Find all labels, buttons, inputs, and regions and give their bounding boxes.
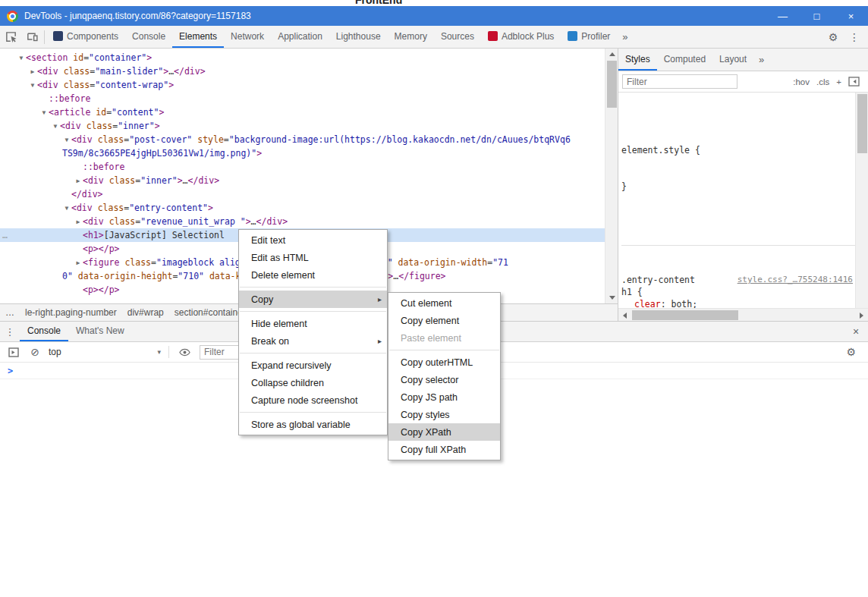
scroll-left-arrow-icon[interactable] xyxy=(618,309,631,321)
close-button[interactable]: × xyxy=(834,6,868,26)
devtools-tabs: ComponentsConsoleElementsNetworkApplicat… xyxy=(46,26,617,48)
tab-profiler[interactable]: Profiler xyxy=(561,26,617,48)
scrollbar-thumb[interactable] xyxy=(607,61,617,108)
menu-item-capture-node-screenshot[interactable]: Capture node screenshot xyxy=(239,391,387,409)
breadcrumb-item-overflow[interactable]: … xyxy=(0,307,20,318)
devtools-menu-icon[interactable]: ⋮ xyxy=(844,27,865,47)
expand-arrow-icon[interactable]: ▼ xyxy=(51,120,60,134)
styles-scrollbar-horizontal[interactable] xyxy=(618,308,868,321)
elements-scrollbar[interactable] xyxy=(605,49,618,303)
css-property[interactable]: clear: both; xyxy=(621,298,855,308)
expand-arrow-icon[interactable]: ▼ xyxy=(62,202,71,215)
tab-adblock-plus[interactable]: Adblock Plus xyxy=(481,26,561,48)
sidebar-tab-computed[interactable]: Computed xyxy=(657,49,712,71)
console-sidebar-icon[interactable] xyxy=(3,342,24,362)
row-overflow-dots[interactable]: … xyxy=(2,228,8,242)
scrollbar-thumb[interactable] xyxy=(857,94,867,153)
breadcrumb-item-le-right-paging-number[interactable]: le-right.paging-number xyxy=(20,307,122,318)
new-style-rule-button[interactable]: + xyxy=(836,77,841,86)
hover-state-button[interactable]: :hov xyxy=(793,77,810,86)
menu-item-edit-text[interactable]: Edit text xyxy=(239,231,387,249)
expand-arrow-icon[interactable]: ▼ xyxy=(39,106,49,120)
rule-selector[interactable]: .entry-content xyxy=(621,274,695,286)
tab-elements[interactable]: Elements xyxy=(172,26,224,48)
collapse-arrow-icon[interactable]: ▶ xyxy=(28,65,37,79)
expand-arrow-icon[interactable]: ▼ xyxy=(62,134,71,147)
menu-item-collapse-children[interactable]: Collapse children xyxy=(239,374,387,391)
stylesheet-link[interactable]: style.css?_…755248:1416 xyxy=(737,274,853,286)
collapse-arrow-icon[interactable]: ▶ xyxy=(74,215,83,229)
tree-row[interactable]: ▼<div class="post-cover" style="backgrou… xyxy=(0,133,618,146)
tab-components[interactable]: Components xyxy=(46,26,125,48)
tree-row[interactable]: </div> xyxy=(0,187,618,201)
tree-row[interactable]: TS9m/8c3665PE4jgHpL50361Vw1/img.png)"> xyxy=(0,146,618,160)
menu-item-paste-element[interactable]: Paste element xyxy=(388,329,500,347)
more-tabs-button[interactable]: » xyxy=(617,31,633,42)
menu-item-edit-as-html[interactable]: Edit as HTML xyxy=(239,249,387,266)
drawer-tab-what-s-new[interactable]: What's New xyxy=(68,322,132,341)
code-token: "content" xyxy=(112,107,159,118)
drawer-menu-icon[interactable]: ⋮ xyxy=(0,326,20,338)
menu-item-store-as-global-variable[interactable]: Store as global variable xyxy=(239,416,387,433)
tree-row[interactable]: ▼<div class="inner"> xyxy=(0,119,618,133)
tab-sources[interactable]: Sources xyxy=(434,26,481,48)
collapse-arrow-icon[interactable]: ▶ xyxy=(74,174,83,188)
menu-item-copy-js-path[interactable]: Copy JS path xyxy=(388,388,500,406)
breadcrumb-item-div-wrap[interactable]: div#wrap xyxy=(122,307,169,318)
tab-console[interactable]: Console xyxy=(125,26,172,48)
scroll-up-arrow-icon[interactable] xyxy=(605,49,618,60)
clear-console-icon[interactable]: ⊘ xyxy=(24,342,46,362)
tree-row[interactable]: ::before xyxy=(0,92,618,105)
maximize-button[interactable]: □ xyxy=(800,6,834,26)
device-toolbar-icon[interactable] xyxy=(21,27,42,47)
tree-row[interactable]: ▼<div class="entry-content"> xyxy=(0,201,618,215)
tree-row[interactable]: ▶<div class="inner">…</div> xyxy=(0,174,618,187)
minimize-button[interactable]: — xyxy=(766,6,800,26)
styles-filter-input[interactable] xyxy=(622,74,737,89)
console-settings-gear-icon[interactable]: ⚙ xyxy=(837,346,865,358)
element-style-open[interactable]: element.style { xyxy=(621,144,700,156)
class-toggle-button[interactable]: .cls xyxy=(816,77,829,86)
live-expression-eye-icon[interactable] xyxy=(174,342,195,362)
collapse-arrow-icon[interactable]: ▶ xyxy=(74,256,83,270)
inspect-icon[interactable] xyxy=(0,27,21,47)
menu-item-break-on[interactable]: Break on▸ xyxy=(239,332,387,350)
scrollbar-thumb[interactable] xyxy=(632,310,738,320)
tab-application[interactable]: Application xyxy=(271,26,329,48)
menu-item-copy-styles[interactable]: Copy styles xyxy=(388,406,500,423)
menu-item-copy-outerhtml[interactable]: Copy outerHTML xyxy=(388,353,500,371)
menu-item-copy-selector[interactable]: Copy selector xyxy=(388,371,500,388)
menu-item-expand-recursively[interactable]: Expand recursively xyxy=(239,357,387,374)
sidebar-tab-layout[interactable]: Layout xyxy=(712,49,753,71)
scroll-down-arrow-icon[interactable] xyxy=(605,292,618,303)
menu-item-copy[interactable]: Copy▸ xyxy=(239,291,387,308)
menu-item-copy-element[interactable]: Copy element xyxy=(388,312,500,329)
tree-row[interactable]: ▼<div class="content-wrap"> xyxy=(0,78,618,92)
scroll-right-arrow-icon[interactable] xyxy=(855,309,868,321)
menu-item-hide-element[interactable]: Hide element xyxy=(239,315,387,332)
tree-row[interactable]: ::before xyxy=(0,160,618,174)
computed-sidebar-toggle-icon[interactable] xyxy=(848,77,860,86)
rule-selector[interactable]: h1 { xyxy=(621,286,643,298)
tree-row[interactable]: ▶<div class="main-slider">…</div> xyxy=(0,64,618,78)
styles-scrollbar-vertical[interactable] xyxy=(855,93,868,308)
tree-row[interactable]: ▼<section id="container"> xyxy=(0,51,618,64)
tree-row[interactable]: ▼<article id="content"> xyxy=(0,105,618,119)
sidebar-more-tabs-button[interactable]: » xyxy=(753,54,769,65)
expand-arrow-icon[interactable]: ▼ xyxy=(28,79,37,93)
tab-memory[interactable]: Memory xyxy=(388,26,434,48)
sidebar-tab-styles[interactable]: Styles xyxy=(618,49,657,71)
drawer-tab-console[interactable]: Console xyxy=(20,322,68,341)
execution-context-selector[interactable]: top ▾ xyxy=(49,347,161,357)
menu-item-cut-element[interactable]: Cut element xyxy=(388,294,500,312)
tab-network[interactable]: Network xyxy=(224,26,271,48)
drawer-close-icon[interactable]: × xyxy=(844,325,868,338)
menu-item-copy-xpath[interactable]: Copy XPath xyxy=(388,423,500,441)
menu-item-copy-full-xpath[interactable]: Copy full XPath xyxy=(388,441,500,458)
menu-item-label: Edit as HTML xyxy=(251,253,309,263)
tree-row[interactable]: ▶<div class="revenue_unit_wrap ">…</div> xyxy=(0,215,618,228)
settings-gear-icon[interactable]: ⚙ xyxy=(822,27,844,47)
tab-lighthouse[interactable]: Lighthouse xyxy=(329,26,388,48)
menu-item-delete-element[interactable]: Delete element xyxy=(239,266,387,284)
expand-arrow-icon[interactable]: ▼ xyxy=(17,52,26,65)
